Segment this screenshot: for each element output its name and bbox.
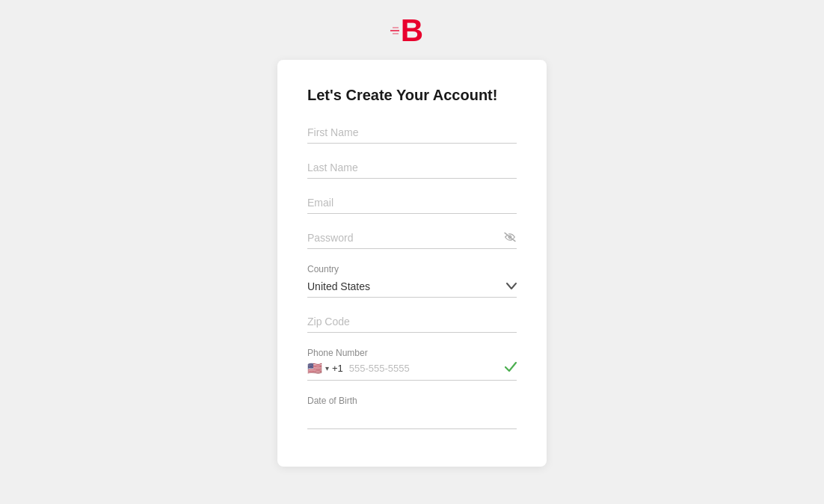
- zip-code-group: [307, 313, 517, 333]
- phone-group: Phone Number 🇺🇸 ▾ +1: [307, 348, 517, 381]
- phone-number-input[interactable]: [349, 363, 502, 374]
- brand-logo: B: [401, 15, 423, 46]
- dob-input[interactable]: [307, 409, 517, 429]
- country-group: Country United States Canada United King…: [307, 264, 517, 298]
- country-select-wrapper: United States Canada United Kingdom Aust…: [307, 277, 517, 298]
- toggle-password-visibility-icon[interactable]: [503, 232, 517, 245]
- last-name-group: [307, 159, 517, 179]
- logo-container: B: [401, 15, 423, 46]
- registration-form-card: Let's Create Your Account! Country: [277, 60, 547, 467]
- phone-valid-checkmark-icon: [505, 362, 517, 375]
- form-title: Let's Create Your Account!: [307, 87, 517, 104]
- country-label: Country: [307, 264, 517, 274]
- phone-country-selector[interactable]: 🇺🇸 ▾ +1: [307, 361, 343, 375]
- phone-country-code: +1: [332, 363, 343, 374]
- first-name-input[interactable]: [307, 123, 517, 144]
- dob-label: Date of Birth: [307, 396, 517, 406]
- last-name-input[interactable]: [307, 159, 517, 179]
- phone-label: Phone Number: [307, 348, 517, 358]
- password-group: [307, 229, 517, 249]
- email-input[interactable]: [307, 194, 517, 214]
- password-wrapper: [307, 229, 517, 249]
- zip-code-input[interactable]: [307, 313, 517, 333]
- us-flag-icon: 🇺🇸: [307, 361, 322, 375]
- email-group: [307, 194, 517, 214]
- first-name-group: [307, 123, 517, 144]
- speed-lines-icon: [390, 30, 399, 31]
- phone-row: 🇺🇸 ▾ +1: [307, 361, 517, 381]
- password-input[interactable]: [307, 229, 517, 249]
- country-select[interactable]: United States Canada United Kingdom Aust…: [307, 277, 517, 297]
- dob-group: Date of Birth: [307, 396, 517, 429]
- phone-dropdown-arrow-icon: ▾: [325, 364, 329, 372]
